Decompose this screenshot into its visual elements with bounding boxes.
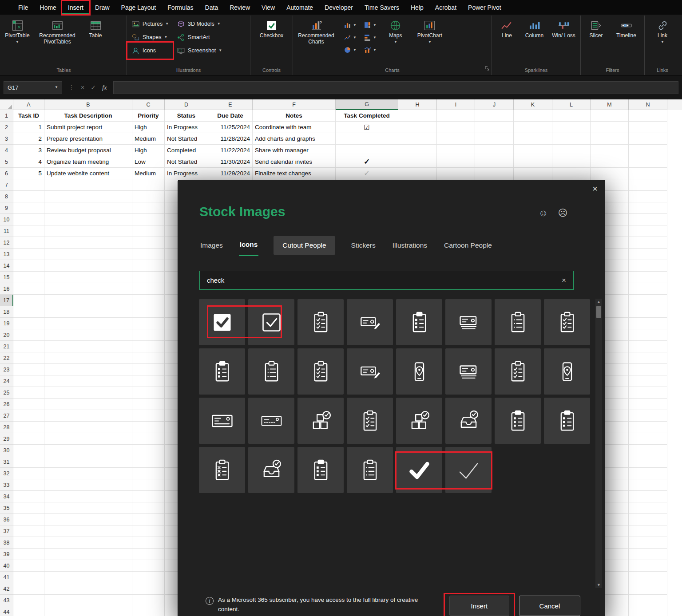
cell-A17[interactable] <box>13 295 44 306</box>
row-header-6[interactable]: 6 <box>0 168 13 179</box>
cell-N30[interactable] <box>629 445 667 456</box>
cell-F4[interactable]: Share with manager <box>253 145 336 156</box>
row-header-12[interactable]: 12 <box>0 237 13 249</box>
cell-C21[interactable] <box>132 341 165 352</box>
row-header-42[interactable]: 42 <box>0 583 13 595</box>
cell-C5[interactable]: Low <box>132 156 165 168</box>
column-header-B[interactable]: B <box>44 99 132 110</box>
menu-tab-draw[interactable]: Draw <box>89 1 115 14</box>
row-header-9[interactable]: 9 <box>0 202 13 214</box>
cell-B28[interactable] <box>44 422 132 433</box>
cell-N42[interactable] <box>629 583 667 595</box>
sparkline-column-button[interactable]: Column <box>521 17 548 40</box>
column-header-H[interactable]: H <box>398 99 437 110</box>
recommended-pivottables-button[interactable]: Recommended PivotTables <box>33 17 82 46</box>
cell-M5[interactable] <box>591 156 629 168</box>
cell-A44[interactable] <box>13 606 44 616</box>
cell-B23[interactable] <box>44 364 132 375</box>
stock-icon-boxes-check[interactable] <box>297 398 344 444</box>
cell-B40[interactable] <box>44 560 132 572</box>
shapes-button[interactable]: Shapes ▼ <box>129 31 171 44</box>
cell-A43[interactable] <box>13 595 44 606</box>
stock-icon-bank-check-outline[interactable] <box>248 398 294 444</box>
stock-icon-checkmark-thin[interactable] <box>445 447 492 493</box>
cell-J4[interactable] <box>475 145 514 156</box>
row-header-16[interactable]: 16 <box>0 283 13 295</box>
stock-icon-checkbox-outline[interactable] <box>248 299 294 345</box>
cell-K1[interactable] <box>514 110 552 122</box>
stock-icon-clipboard-list[interactable] <box>347 447 393 493</box>
cell-B25[interactable] <box>44 387 132 399</box>
dialog-insert-button[interactable]: Insert <box>449 596 509 616</box>
dialog-cancel-button[interactable]: Cancel <box>519 596 580 616</box>
cell-K6[interactable] <box>514 168 552 179</box>
cell-E1[interactable]: Due Date <box>208 110 253 122</box>
cell-B1[interactable]: Task Description <box>44 110 132 122</box>
cell-A18[interactable] <box>13 306 44 318</box>
cell-A37[interactable] <box>13 525 44 537</box>
cell-N15[interactable] <box>629 272 667 283</box>
cell-N24[interactable] <box>629 375 667 387</box>
checkbox-control-button[interactable]: Checkbox <box>254 17 289 40</box>
cell-C12[interactable] <box>132 237 165 249</box>
cell-C8[interactable] <box>132 191 165 202</box>
cell-C34[interactable] <box>132 491 165 502</box>
stock-icon-inbox-check[interactable] <box>248 447 294 493</box>
menu-tab-acrobat[interactable]: Acrobat <box>429 1 462 14</box>
cell-A39[interactable] <box>13 549 44 560</box>
menu-tab-developer[interactable]: Developer <box>319 1 359 14</box>
row-header-34[interactable]: 34 <box>0 491 13 502</box>
cell-N23[interactable] <box>629 364 667 375</box>
column-header-E[interactable]: E <box>208 99 253 110</box>
cell-A6[interactable]: 5 <box>13 168 44 179</box>
cell-N6[interactable] <box>629 168 667 179</box>
row-header-1[interactable]: 1 <box>0 110 13 122</box>
icons-button[interactable]: Icons <box>129 44 171 57</box>
cell-N43[interactable] <box>629 595 667 606</box>
cell-A22[interactable] <box>13 352 44 364</box>
cell-B9[interactable] <box>44 202 132 214</box>
cell-C7[interactable] <box>132 179 165 191</box>
cell-K2[interactable] <box>514 122 552 133</box>
insert-function-icon[interactable]: fx <box>102 84 107 91</box>
cell-E6[interactable]: 11/29/2024 <box>208 168 253 179</box>
cell-C14[interactable] <box>132 260 165 272</box>
sparkline-line-button[interactable]: Line <box>496 17 519 40</box>
cell-N18[interactable] <box>629 306 667 318</box>
cell-N12[interactable] <box>629 237 667 249</box>
stock-icon-checkmark-bold[interactable] <box>396 447 442 493</box>
cell-N14[interactable] <box>629 260 667 272</box>
column-header-N[interactable]: N <box>629 99 667 110</box>
3d-models-button[interactable]: 3D Models ▼ <box>174 17 225 31</box>
cell-E2[interactable]: 11/25/2024 <box>208 122 253 133</box>
stock-icon-cheque-pen[interactable] <box>347 299 393 345</box>
row-header-21[interactable]: 21 <box>0 341 13 352</box>
cell-A42[interactable] <box>13 583 44 595</box>
cell-C15[interactable] <box>132 272 165 283</box>
cell-C39[interactable] <box>132 549 165 560</box>
pivottable-button[interactable]: PivotTable ▼ <box>3 17 32 45</box>
task-completed-check-5[interactable]: ✓ <box>336 156 398 168</box>
menu-tab-page-layout[interactable]: Page Layout <box>115 1 162 14</box>
cell-A20[interactable] <box>13 329 44 341</box>
cell-K3[interactable] <box>514 133 552 145</box>
stock-icon-clipboard-list[interactable] <box>248 348 294 395</box>
cell-A32[interactable] <box>13 468 44 479</box>
name-box-splitter-icon[interactable]: ⋮ <box>68 84 75 91</box>
cell-I1[interactable] <box>437 110 475 122</box>
cell-N7[interactable] <box>629 179 667 191</box>
cell-B17[interactable] <box>44 295 132 306</box>
cell-C32[interactable] <box>132 468 165 479</box>
cell-C22[interactable] <box>132 352 165 364</box>
cell-B13[interactable] <box>44 249 132 260</box>
cancel-entry-icon[interactable]: × <box>81 84 84 91</box>
cell-B38[interactable] <box>44 537 132 549</box>
cell-A14[interactable] <box>13 260 44 272</box>
menu-tab-view[interactable]: View <box>256 1 281 14</box>
cell-L1[interactable] <box>552 110 591 122</box>
cell-B8[interactable] <box>44 191 132 202</box>
pictures-button[interactable]: Pictures ▼ <box>129 17 171 31</box>
cell-C37[interactable] <box>132 525 165 537</box>
stock-icon-bank-check[interactable] <box>199 398 245 444</box>
cell-G1[interactable]: Task Completed <box>336 110 398 122</box>
